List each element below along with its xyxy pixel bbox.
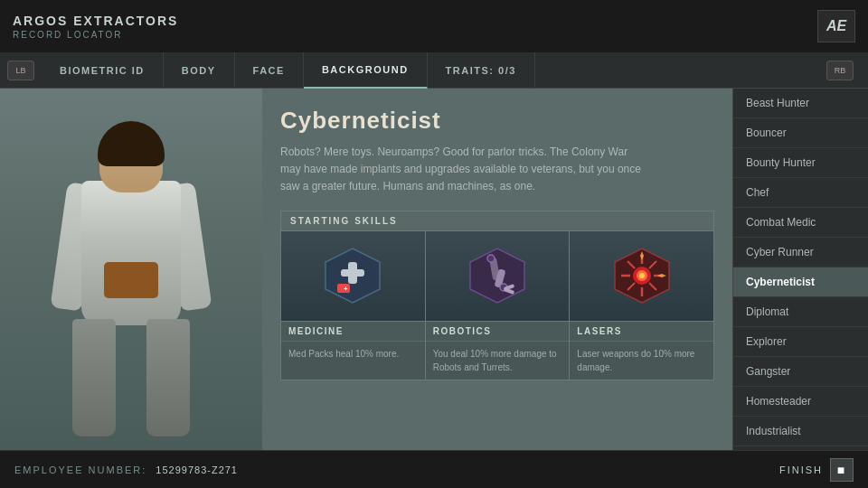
nav-bar: LB BIOMETRIC ID BODY FACE BACKGROUND TRA… <box>0 52 868 89</box>
skill-card-medicine: + MEDICINE Med Packs heal 10% more. <box>281 231 426 380</box>
portrait-area <box>0 89 262 450</box>
tab-biometric-id[interactable]: BIOMETRIC ID <box>42 52 164 89</box>
skills-cards: + MEDICINE Med Packs heal 10% more. <box>281 231 713 380</box>
sidebar-item-diplomat[interactable]: Diplomat <box>733 297 868 327</box>
company-name: ARGOS EXTRACTORS <box>13 14 178 28</box>
skill-icon-robotics <box>426 231 570 322</box>
skill-name-lasers: LASERS <box>570 322 713 342</box>
sidebar-item-beast-hunter[interactable]: Beast Hunter <box>733 89 868 118</box>
tab-traits[interactable]: TRAITS: 0/3 <box>428 52 535 89</box>
skill-desc-lasers: Laser weapons do 10% more damage. <box>570 342 713 380</box>
employee-number: 15299783-Z271 <box>156 465 238 475</box>
skills-section: STARTING SKILLS + MEDICINE Med P <box>280 211 714 380</box>
char-leg-right <box>146 319 190 436</box>
skill-name-medicine: MEDICINE <box>281 322 425 342</box>
background-list: Beast HunterBouncerBounty HunterChefComb… <box>732 89 868 450</box>
header-left: ARGOS EXTRACTORS RECORD LOCATOR <box>13 14 178 40</box>
sidebar-item-bouncer[interactable]: Bouncer <box>733 118 868 148</box>
company-logo: AE <box>817 10 855 42</box>
skill-icon-medicine: + <box>281 231 425 322</box>
svg-point-8 <box>487 255 495 262</box>
skill-card-robotics: ROBOTICS You deal 10% more damage to Rob… <box>426 231 571 380</box>
skill-icon-lasers <box>570 231 713 322</box>
char-hair <box>98 121 165 166</box>
center-content: Cyberneticist Robots? Mere toys. Neuroam… <box>262 89 732 450</box>
skill-desc-medicine: Med Packs heal 10% more. <box>281 342 425 380</box>
sidebar-item-long-hauler[interactable]: Long Hauler <box>733 446 868 450</box>
character-portrait <box>0 89 262 450</box>
tab-face[interactable]: FACE <box>235 52 304 89</box>
svg-text:+: + <box>344 285 348 293</box>
finish-button[interactable]: FINISH ■ <box>779 458 854 482</box>
sidebar-item-bounty-hunter[interactable]: Bounty Hunter <box>733 148 868 178</box>
skill-name-robotics: ROBOTICS <box>426 322 570 342</box>
background-name: Cyberneticist <box>280 107 714 135</box>
lb-button[interactable]: LB <box>7 61 34 80</box>
employee-label: EMPLOYEE NUMBER: <box>14 465 146 475</box>
sidebar-item-chef[interactable]: Chef <box>733 178 868 208</box>
sidebar-item-gangster[interactable]: Gangster <box>733 357 868 387</box>
finish-icon: ■ <box>830 458 854 482</box>
skills-header: STARTING SKILLS <box>281 211 713 231</box>
finish-label: FINISH <box>779 465 823 475</box>
sidebar-item-cyber-runner[interactable]: Cyber Runner <box>733 238 868 267</box>
char-torso <box>81 181 181 325</box>
char-chest-detail <box>104 262 158 298</box>
svg-rect-2 <box>348 262 357 284</box>
header: ARGOS EXTRACTORS RECORD LOCATOR AE <box>0 0 868 52</box>
robotics-icon <box>466 244 529 307</box>
background-description: Robots? Mere toys. Neuroamps? Good for p… <box>280 144 642 196</box>
lasers-icon <box>610 244 674 307</box>
record-locator: RECORD LOCATOR <box>13 30 178 40</box>
main-content: Cyberneticist Robots? Mere toys. Neuroam… <box>0 89 868 450</box>
sidebar-item-cyberneticist[interactable]: Cyberneticist <box>733 267 868 297</box>
sidebar-item-industrialist[interactable]: Industrialist <box>733 417 868 446</box>
tab-body[interactable]: BODY <box>164 52 235 89</box>
character-figure <box>32 116 231 450</box>
tab-background[interactable]: BACKGROUND <box>304 52 428 89</box>
skill-card-lasers: LASERS Laser weapons do 10% more damage. <box>570 231 713 380</box>
char-leg-left <box>72 319 116 436</box>
medicine-icon: + <box>321 244 384 307</box>
skill-desc-robotics: You deal 10% more damage to Robots and T… <box>426 342 570 380</box>
sidebar-item-explorer[interactable]: Explorer <box>733 327 868 357</box>
sidebar-item-combat-medic[interactable]: Combat Medic <box>733 208 868 238</box>
sidebar-item-homesteader[interactable]: Homesteader <box>733 387 868 417</box>
bottom-bar: EMPLOYEE NUMBER: 15299783-Z271 FINISH ■ <box>0 450 868 488</box>
rb-button[interactable]: RB <box>826 61 854 80</box>
svg-point-15 <box>639 273 645 278</box>
